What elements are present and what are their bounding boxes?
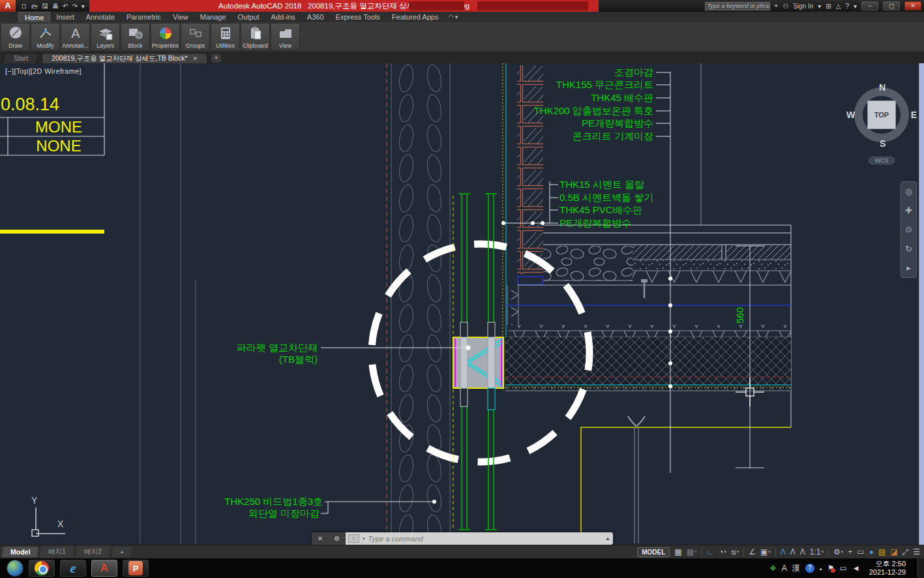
viewcube-east[interactable]: E (911, 110, 917, 120)
tab-view[interactable]: View (167, 12, 194, 22)
command-prompt-icon[interactable]: › (348, 534, 359, 543)
tab-insert[interactable]: Insert (50, 12, 80, 22)
search-icon[interactable]: ⌖ (775, 2, 779, 10)
tab-express-tools[interactable]: Express Tools (330, 12, 386, 22)
tab-a360[interactable]: A360 (301, 12, 330, 22)
scale-value[interactable]: 1:1▾ (810, 547, 824, 556)
a360-icon[interactable]: △ (836, 3, 841, 10)
app-store-icon[interactable]: ⊞ (826, 3, 831, 10)
grid-icon[interactable]: ▦ (674, 547, 681, 556)
file-tab-drawing[interactable]: 200819,구조용 열교차단재 상세도,TB Block*✕ (42, 53, 207, 63)
taskbar-ie[interactable]: e (60, 560, 86, 577)
undo-icon[interactable]: ↶ (63, 3, 68, 10)
tab-annotate[interactable]: Annotate (80, 12, 121, 22)
tab-parametric[interactable]: Parametric (121, 12, 167, 22)
tab-output[interactable]: Output (232, 12, 265, 22)
taskbar-autocad[interactable]: A (91, 560, 117, 577)
ortho-icon[interactable]: ∟ (707, 547, 715, 556)
taskbar-clock[interactable]: 오후 2:50 2021-12-29 (869, 560, 906, 577)
minimize-button[interactable]: − (861, 1, 878, 10)
signin-dropdown-icon[interactable]: ▾ (818, 3, 821, 10)
ime-latin-icon[interactable]: A (782, 564, 787, 573)
start-button[interactable] (7, 560, 23, 577)
tab-manage[interactable]: Manage (194, 12, 232, 22)
customize-wrench-icon[interactable]: ⚙ (334, 535, 340, 542)
model-paper-toggle[interactable]: MODEL (637, 547, 670, 557)
tab-addins[interactable]: Add-ins (265, 12, 301, 22)
volume-icon[interactable]: ◄ (852, 564, 860, 573)
panel-groups[interactable]: Groups (181, 23, 210, 51)
plot-icon[interactable]: 🖶 (52, 3, 59, 10)
tab-home[interactable]: Home (18, 12, 50, 22)
panel-modify[interactable]: Modify (31, 23, 60, 51)
viewcube[interactable]: TOP N W E S (852, 85, 912, 145)
ribbon-toggle-icon[interactable]: ◠ ▾ (448, 12, 458, 22)
show-motion-icon[interactable]: ▸ (906, 263, 911, 273)
taskbar-powerpoint[interactable]: P (123, 560, 149, 577)
pan-icon[interactable]: ✚ (905, 205, 912, 215)
isoplane-icon[interactable]: ⧅▾ (731, 547, 739, 556)
fullscreen-icon[interactable]: ⤢ (902, 547, 909, 556)
file-tab-start[interactable]: Start (3, 53, 39, 63)
annotation-visibility-icon[interactable]: Λ (781, 547, 786, 556)
orbit-icon[interactable]: ↻ (905, 244, 912, 254)
right-scrollbar[interactable] (919, 63, 924, 545)
help-dropdown-icon[interactable]: ▾ (854, 3, 857, 10)
panel-clipboard[interactable]: Clipboard (241, 23, 270, 51)
clean-screen-icon[interactable]: ● (869, 547, 874, 556)
save-icon[interactable]: 🖫 (42, 3, 48, 10)
polar-tracking-icon[interactable]: ◔▾ (719, 547, 726, 556)
new-icon[interactable]: 🗋 (21, 3, 27, 10)
command-history-icon[interactable]: ▴ (603, 532, 613, 545)
taskbar-chrome[interactable] (29, 560, 55, 577)
network-icon[interactable]: ▭ (839, 564, 846, 573)
layout-tab-model[interactable]: Model (2, 547, 39, 557)
layout-tab-1[interactable]: 배치1 (40, 546, 74, 558)
annotation-monitor-icon[interactable]: + (848, 547, 852, 556)
search-input[interactable]: Type a keyword or phrase (705, 2, 770, 10)
panel-layers[interactable]: Layers (91, 23, 120, 51)
close-tab-icon[interactable]: ✕ (193, 55, 198, 62)
show-desktop-button[interactable] (917, 558, 924, 578)
snap-icon[interactable]: ▦▾ (687, 547, 697, 556)
isolate-objects-icon[interactable]: ▤ (878, 547, 886, 556)
sign-in-button[interactable]: Sign In (793, 3, 813, 10)
command-dropdown-icon[interactable]: ▾ (363, 536, 365, 541)
redo-icon[interactable]: ↷ (72, 3, 77, 10)
steering-wheel-icon[interactable]: ◎ (905, 187, 912, 196)
autocad-logo-icon[interactable]: A (0, 0, 16, 12)
viewport-controls[interactable]: [−][Top][2D Wireframe] (5, 67, 82, 75)
panel-annotation[interactable]: A Annotati... (61, 23, 90, 51)
tab-featured-apps[interactable]: Featured Apps (386, 12, 445, 22)
antivirus-tray-icon[interactable]: ❖ (769, 564, 777, 573)
panel-view[interactable]: View (271, 23, 300, 51)
command-input[interactable]: Type a command (368, 535, 423, 543)
action-center-flag-icon[interactable]: ⚑ (827, 564, 835, 573)
close-command-icon[interactable]: ✕ (318, 535, 323, 542)
new-tab-button[interactable]: + (211, 54, 221, 63)
hardware-accel-icon[interactable]: ▭ (857, 547, 864, 556)
new-layout-button[interactable]: + (112, 547, 132, 557)
layout-tab-2[interactable]: 배치2 (76, 546, 110, 558)
open-icon[interactable]: 🗁 (31, 3, 38, 10)
object-snap-icon[interactable]: ▣▾ (760, 547, 771, 556)
viewcube-west[interactable]: W (846, 110, 855, 120)
hidden-icons-arrow[interactable]: ▴ (820, 566, 822, 571)
customization-menu-icon[interactable]: ☰ (913, 547, 920, 556)
workspace-gear-icon[interactable]: ⚙▾ (833, 547, 843, 556)
wcs-menu[interactable]: WCS (869, 157, 895, 164)
restore-button[interactable]: ▢ (883, 1, 900, 10)
qat-dropdown-icon[interactable]: ▾ (82, 3, 85, 10)
panel-draw[interactable]: Draw (1, 23, 30, 51)
object-snap-tracking-icon[interactable]: ∠ (749, 547, 756, 556)
zoom-icon[interactable]: ⊙ (905, 224, 912, 234)
panel-block[interactable]: Block (121, 23, 150, 51)
drawing-canvas[interactable]: 0.08.14 MONE NONE (0, 63, 924, 545)
ime-hanja-icon[interactable]: 漢 (792, 563, 800, 574)
annotation-scale-icon[interactable]: Λ (800, 547, 805, 556)
viewcube-south[interactable]: S (880, 138, 886, 149)
graphics-performance-icon[interactable]: ◪ (890, 547, 897, 556)
panel-utilities[interactable]: Utilities (211, 23, 240, 51)
help-icon[interactable]: ? (845, 3, 849, 10)
help-tray-icon[interactable]: ? (805, 564, 814, 573)
